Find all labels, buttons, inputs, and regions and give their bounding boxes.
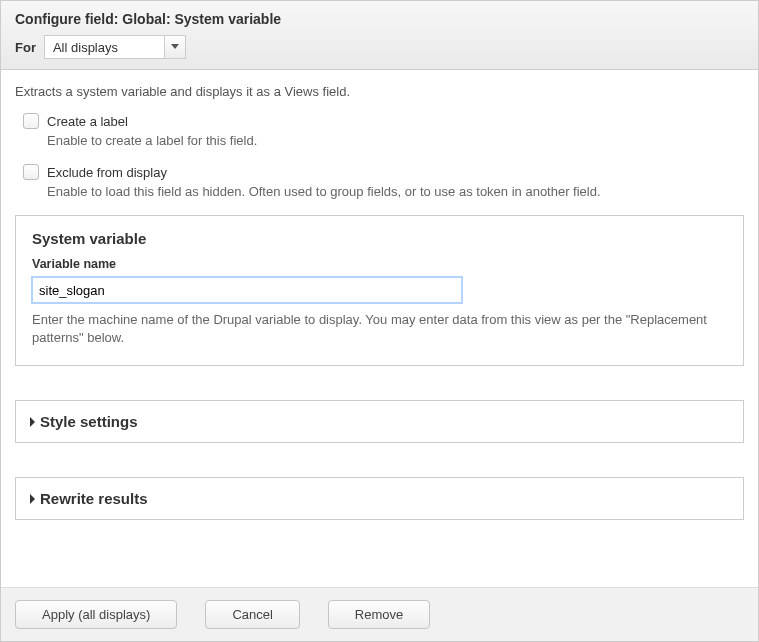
dialog-footer: Apply (all displays) Cancel Remove [1,587,758,641]
exclude-checkbox[interactable] [23,164,39,180]
display-select-button[interactable] [164,35,186,59]
create-label-help: Enable to create a label for this field. [47,133,744,148]
caret-right-icon [30,417,36,427]
chevron-down-icon [171,44,179,50]
variable-name-input[interactable] [32,277,462,303]
system-variable-fieldset: System variable Variable name Enter the … [15,215,744,366]
apply-button[interactable]: Apply (all displays) [15,600,177,629]
rewrite-results-title: Rewrite results [40,490,148,507]
create-label-text: Create a label [47,114,128,129]
variable-name-help: Enter the machine name of the Drupal var… [32,311,727,347]
exclude-text: Exclude from display [47,165,167,180]
description: Extracts a system variable and displays … [15,84,744,99]
variable-name-label: Variable name [32,257,727,271]
create-label-row: Create a label [23,113,744,129]
dialog-header: Configure field: Global: System variable… [1,1,758,70]
for-label: For [15,40,36,55]
exclude-help: Enable to load this field as hidden. Oft… [47,184,744,199]
caret-right-icon [30,494,36,504]
fieldset-legend: System variable [32,230,727,247]
style-settings-section[interactable]: Style settings [15,400,744,443]
dialog-content: Extracts a system variable and displays … [1,70,758,540]
style-settings-title: Style settings [40,413,138,430]
for-row: For All displays [1,35,758,69]
cancel-button[interactable]: Cancel [205,600,299,629]
rewrite-results-section[interactable]: Rewrite results [15,477,744,520]
exclude-row: Exclude from display [23,164,744,180]
display-select-value: All displays [44,35,164,59]
remove-button[interactable]: Remove [328,600,430,629]
display-select[interactable]: All displays [44,35,186,59]
dialog-title: Configure field: Global: System variable [1,1,758,35]
create-label-checkbox[interactable] [23,113,39,129]
